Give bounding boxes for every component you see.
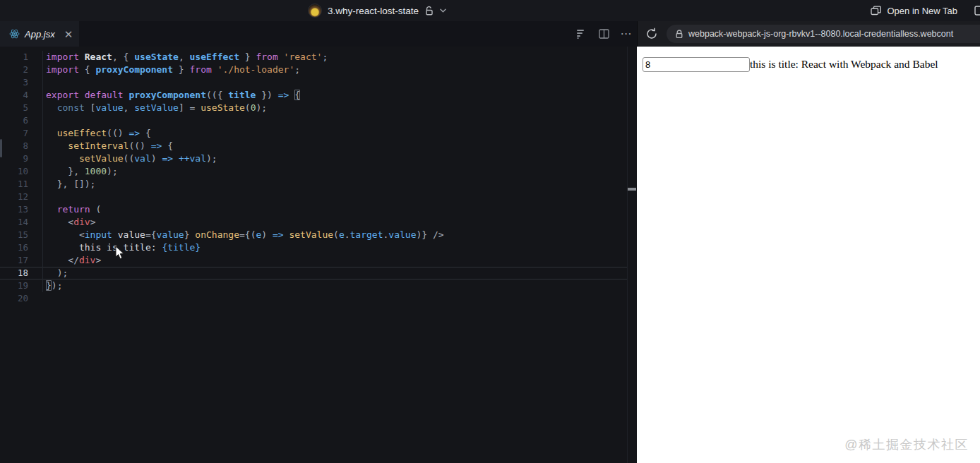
code-line[interactable]: 10 }, 1000);	[0, 165, 627, 178]
code-line[interactable]: 16 this is title: {title}	[0, 241, 627, 254]
editor-scrollbar[interactable]	[627, 47, 637, 463]
chevron-down-icon[interactable]	[440, 8, 446, 13]
code-line[interactable]: 8 setInterval(() => {	[0, 140, 627, 152]
preview-text-input[interactable]	[643, 57, 750, 72]
code-text: </div>	[28, 254, 101, 267]
code-line[interactable]: 2import { proxyComponent } from './hot-l…	[0, 64, 627, 76]
code-line[interactable]: 17 </div>	[0, 254, 627, 267]
line-number: 16	[0, 241, 28, 254]
mouse-cursor	[115, 246, 125, 262]
open-in-new-tab-label: Open in New Tab	[888, 6, 958, 16]
code-lines: 1import React, { useState, useEffect } f…	[0, 51, 637, 305]
preview-pane: this is title: React with Webpack and Ba…	[637, 47, 980, 463]
code-text: });	[28, 279, 62, 292]
code-text: import { proxyComponent } from './hot-lo…	[28, 64, 300, 76]
code-text: setInterval(() => {	[28, 140, 173, 152]
code-text: const [value, setValue] = useState(0);	[28, 102, 267, 114]
url-text: webpack-webpack-js-org-rbvkv1--8080.loca…	[688, 29, 953, 39]
line-number: 9	[0, 152, 28, 165]
code-text	[28, 191, 46, 203]
more-options-icon[interactable]: ⋯	[620, 28, 633, 40]
code-line[interactable]: 12	[0, 191, 627, 203]
code-text	[28, 114, 46, 127]
line-number: 2	[0, 64, 28, 76]
refresh-icon[interactable]	[645, 27, 659, 41]
line-number: 1	[0, 51, 28, 64]
scrollbar-marker[interactable]	[628, 188, 636, 191]
line-number: 15	[0, 229, 28, 241]
split-view-icon[interactable]	[597, 28, 610, 40]
code-text: <input value={value} onChange={(e) => se…	[28, 229, 444, 241]
clipped-edge-icon[interactable]	[973, 0, 980, 21]
code-line[interactable]: 20	[0, 292, 627, 305]
url-bar[interactable]: webpack-webpack-js-org-rbvkv1--8080.loca…	[667, 25, 980, 43]
line-number: 4	[0, 89, 28, 102]
line-number: 13	[0, 203, 28, 216]
close-icon[interactable]: ✕	[64, 29, 73, 40]
code-text: import React, { useState, useEffect } fr…	[28, 51, 328, 64]
left-scroll-indicator	[0, 139, 2, 157]
code-line[interactable]: 11 }, []);	[0, 178, 627, 191]
code-text: export default proxyComponent(({ title }…	[28, 89, 300, 102]
tab-strip: App.jsx ✕ ⋯	[0, 21, 637, 47]
code-text: setValue((val) => ++val);	[28, 152, 217, 165]
app-window: 3.why-react-lost-state Open in New Tab	[0, 0, 980, 463]
code-text	[28, 76, 46, 89]
code-text: );	[28, 267, 68, 279]
line-number: 18	[0, 267, 28, 279]
top-bar-right: Open in New Tab	[871, 0, 980, 21]
line-number: 19	[0, 279, 28, 292]
preview-content: this is title: React with Webpack and Ba…	[643, 56, 980, 72]
code-line[interactable]: 6	[0, 114, 627, 127]
code-line[interactable]: 15 <input value={value} onChange={(e) =>…	[0, 229, 627, 241]
lock-icon	[675, 30, 683, 39]
code-line[interactable]: 1import React, { useState, useEffect } f…	[0, 51, 627, 64]
line-number: 11	[0, 178, 28, 191]
lock-open-icon[interactable]	[424, 6, 434, 16]
preview-toolbar: webpack-webpack-js-org-rbvkv1--8080.loca…	[637, 21, 980, 47]
line-number: 6	[0, 114, 28, 127]
line-number: 8	[0, 140, 28, 152]
line-number: 5	[0, 102, 28, 114]
open-in-new-tab-button[interactable]: Open in New Tab	[871, 6, 958, 16]
main-area: 1import React, { useState, useEffect } f…	[0, 47, 980, 463]
code-line[interactable]: 14 <div>	[0, 216, 627, 229]
code-text: }, 1000);	[28, 165, 118, 178]
open-in-new-tab-icon	[871, 6, 882, 16]
line-number: 7	[0, 127, 28, 140]
indent-guide	[42, 51, 43, 292]
line-number: 14	[0, 216, 28, 229]
code-line[interactable]: 13 return (	[0, 203, 627, 216]
code-text	[28, 292, 46, 305]
line-number: 10	[0, 165, 28, 178]
code-editor[interactable]: 1import React, { useState, useEffect } f…	[0, 47, 637, 463]
code-text: }, []);	[28, 178, 95, 191]
project-menu[interactable]: 3.why-react-lost-state	[308, 0, 446, 21]
code-line[interactable]: 18 );	[0, 267, 627, 279]
tab-appjsx[interactable]: App.jsx ✕	[0, 21, 79, 47]
line-number: 20	[0, 292, 28, 305]
second-row: App.jsx ✕ ⋯ webpack-webpack	[0, 21, 980, 47]
tab-label: App.jsx	[25, 29, 55, 40]
code-text: <div>	[28, 216, 95, 229]
code-line[interactable]: 3	[0, 76, 627, 89]
avatar[interactable]	[308, 4, 322, 18]
code-text: useEffect(() => {	[28, 127, 151, 140]
project-title: 3.why-react-lost-state	[328, 6, 419, 16]
prettier-icon[interactable]	[575, 28, 587, 40]
code-line[interactable]: 4export default proxyComponent(({ title …	[0, 89, 627, 102]
code-line[interactable]: 19});	[0, 279, 627, 292]
watermark: @稀土掘金技术社区	[844, 436, 969, 453]
line-number: 17	[0, 254, 28, 267]
line-number: 3	[0, 76, 28, 89]
react-icon	[9, 29, 20, 39]
code-text: return (	[28, 203, 101, 216]
preview-title-text: this is title: React with Webpack and Ba…	[750, 56, 938, 71]
line-number: 12	[0, 191, 28, 203]
code-line[interactable]: 7 useEffect(() => {	[0, 127, 627, 140]
code-line[interactable]: 9 setValue((val) => ++val);	[0, 152, 627, 165]
editor-toolbar: ⋯	[575, 21, 633, 47]
code-line[interactable]: 5 const [value, setValue] = useState(0);	[0, 102, 627, 114]
top-bar: 3.why-react-lost-state Open in New Tab	[0, 0, 980, 21]
